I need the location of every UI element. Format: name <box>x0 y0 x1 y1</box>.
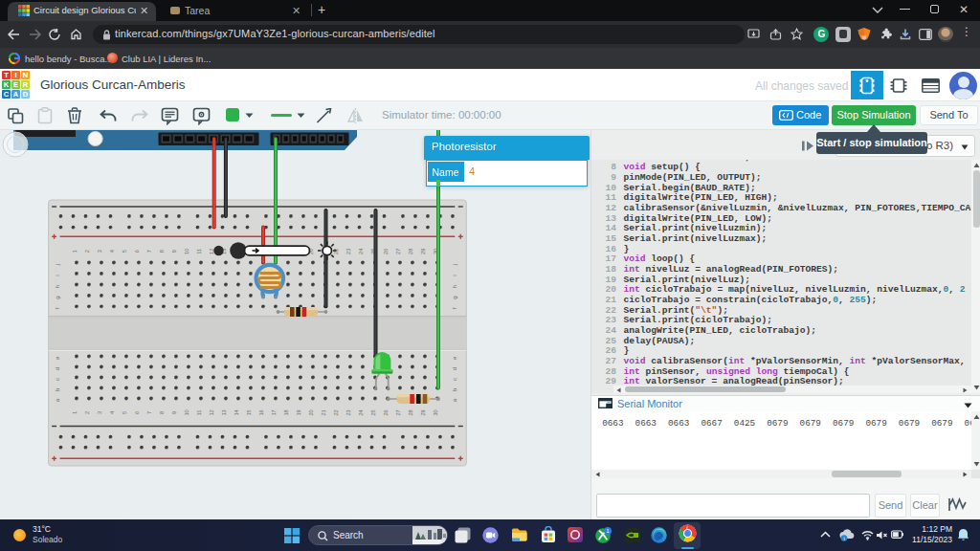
svg-text:h: h <box>54 284 60 288</box>
svg-text:7: 7 <box>146 411 152 414</box>
svg-text:12: 12 <box>209 249 214 254</box>
svg-text:a: a <box>451 398 457 402</box>
svg-text:f: f <box>54 307 60 309</box>
svg-text:N: N <box>23 71 28 79</box>
svg-text:16: 16 <box>258 409 264 415</box>
svg-text:7: 7 <box>146 250 152 253</box>
svg-text:4: 4 <box>109 250 115 253</box>
svg-text:6: 6 <box>134 250 140 253</box>
svg-text:D: D <box>23 90 29 99</box>
svg-text:j: j <box>54 264 60 266</box>
svg-text:1: 1 <box>72 411 78 414</box>
svg-text:T: T <box>4 71 9 79</box>
svg-text:12: 12 <box>209 409 214 415</box>
svg-text:e: e <box>54 356 60 360</box>
svg-text:23: 23 <box>345 249 351 254</box>
svg-text:10: 10 <box>184 249 189 254</box>
svg-text:C: C <box>4 90 10 99</box>
svg-text:17: 17 <box>271 409 277 415</box>
svg-text:10: 10 <box>184 409 189 415</box>
svg-text:5: 5 <box>122 250 127 253</box>
svg-text:20: 20 <box>308 409 314 415</box>
svg-text:9: 9 <box>171 411 177 414</box>
svg-text:26: 26 <box>383 409 389 415</box>
svg-text:29: 29 <box>420 249 426 254</box>
svg-text:30: 30 <box>433 409 438 415</box>
svg-text:13: 13 <box>221 409 227 415</box>
svg-text:i: i <box>843 536 844 541</box>
svg-text:2: 2 <box>84 250 90 253</box>
svg-text:b: b <box>451 387 457 391</box>
svg-text:28: 28 <box>408 409 413 415</box>
svg-text:18: 18 <box>283 409 289 415</box>
svg-text:j: j <box>451 264 457 266</box>
svg-text:22: 22 <box>333 249 339 254</box>
svg-text:b: b <box>54 387 60 391</box>
svg-text:a: a <box>54 398 60 402</box>
svg-text:11: 11 <box>196 249 202 254</box>
svg-text:c: c <box>451 378 457 381</box>
svg-text:14: 14 <box>234 409 239 415</box>
svg-text:29: 29 <box>420 409 426 415</box>
svg-text:E: E <box>13 80 18 89</box>
svg-text:5: 5 <box>122 411 127 414</box>
svg-text:i: i <box>451 275 457 276</box>
svg-text:24: 24 <box>358 409 364 415</box>
svg-text:24: 24 <box>358 249 364 254</box>
svg-text:4: 4 <box>109 411 115 414</box>
svg-text:f: f <box>451 307 457 309</box>
svg-text:11: 11 <box>196 410 202 416</box>
svg-text:i: i <box>54 275 60 276</box>
svg-text:26: 26 <box>383 249 389 254</box>
svg-text:e: e <box>451 356 457 360</box>
svg-text:15: 15 <box>246 409 252 415</box>
svg-text:6: 6 <box>134 411 140 414</box>
svg-text:19: 19 <box>296 409 301 415</box>
svg-text:1: 1 <box>72 250 78 253</box>
svg-text:2: 2 <box>84 411 90 414</box>
svg-text:h: h <box>451 284 457 288</box>
svg-text:g: g <box>451 296 457 299</box>
svg-text:21: 21 <box>321 409 326 415</box>
svg-text:A: A <box>13 90 19 99</box>
svg-text:9: 9 <box>171 250 177 253</box>
svg-text:8: 8 <box>159 411 165 414</box>
svg-text:28: 28 <box>408 249 413 254</box>
svg-text:27: 27 <box>395 409 401 415</box>
svg-text:K: K <box>4 80 10 89</box>
svg-text:27: 27 <box>395 249 401 254</box>
svg-text:25: 25 <box>370 409 376 415</box>
svg-text:3: 3 <box>97 250 102 253</box>
svg-text:8: 8 <box>159 250 165 253</box>
svg-text:d: d <box>451 366 457 370</box>
svg-text:I: I <box>14 71 16 79</box>
svg-text:c: c <box>54 378 60 381</box>
svg-text:d: d <box>54 366 60 370</box>
svg-text:23: 23 <box>345 409 351 415</box>
svg-text:22: 22 <box>333 409 339 415</box>
svg-text:3: 3 <box>97 411 102 414</box>
svg-text:R: R <box>23 80 29 89</box>
svg-text:g: g <box>54 296 60 299</box>
